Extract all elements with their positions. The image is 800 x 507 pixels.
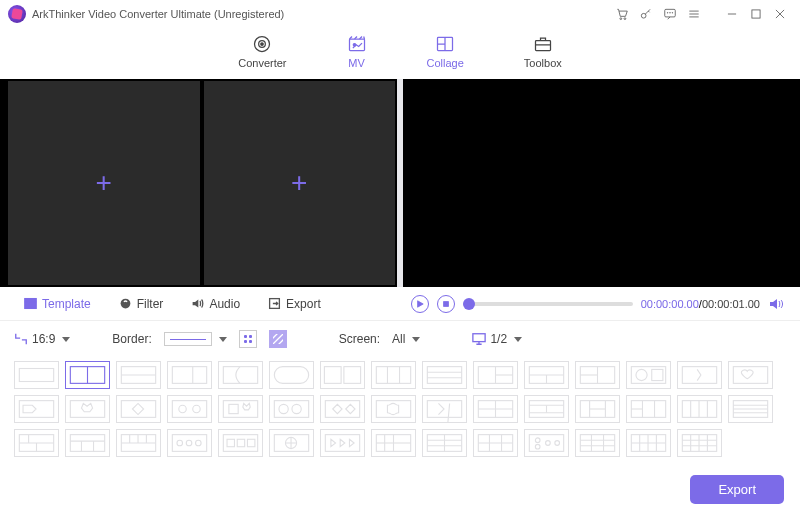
svg-point-46 <box>636 369 647 380</box>
tpl-3[interactable] <box>116 361 161 389</box>
stop-button[interactable] <box>437 295 455 313</box>
tpl-5[interactable] <box>218 361 263 389</box>
border-line-preview <box>164 332 212 346</box>
svg-rect-24 <box>172 367 206 384</box>
maximize-button[interactable] <box>744 2 768 26</box>
border-label: Border: <box>112 332 151 346</box>
nav-collage[interactable]: Collage <box>427 34 464 69</box>
color-picker-button[interactable] <box>239 330 257 348</box>
add-icon: + <box>291 167 307 199</box>
tpl-11[interactable] <box>524 361 569 389</box>
volume-icon[interactable] <box>768 296 784 312</box>
monitor-icon <box>472 332 486 346</box>
tpl-2[interactable] <box>65 361 110 389</box>
tpl-14[interactable] <box>677 361 722 389</box>
seek-slider[interactable] <box>463 302 633 306</box>
tpl-15[interactable] <box>728 361 773 389</box>
menu-icon[interactable] <box>682 2 706 26</box>
nav-mv-label: MV <box>348 57 365 69</box>
nav-mv[interactable]: MV <box>347 34 367 69</box>
tpl-25[interactable] <box>473 395 518 423</box>
template-icon <box>24 297 37 310</box>
tpl-16[interactable] <box>14 395 59 423</box>
tab-row: Template Filter Audio Export 00:00:00.00… <box>0 287 800 321</box>
tpl-4[interactable] <box>167 361 212 389</box>
nav-toolbox[interactable]: Toolbox <box>524 34 562 69</box>
border-style-select[interactable] <box>164 332 227 346</box>
tpl-21[interactable] <box>269 395 314 423</box>
key-icon[interactable] <box>634 2 658 26</box>
ratio-select[interactable]: 16:9 <box>14 332 70 346</box>
page-select[interactable]: 1/2 <box>472 332 522 346</box>
drop-slot-2[interactable]: + <box>204 81 396 285</box>
app-logo <box>8 5 26 23</box>
drop-slot-1[interactable]: + <box>8 81 200 285</box>
tpl-41[interactable] <box>524 429 569 457</box>
tpl-22[interactable] <box>320 395 365 423</box>
tpl-10[interactable] <box>473 361 518 389</box>
tpl-31[interactable] <box>14 429 59 457</box>
tpl-6[interactable] <box>269 361 314 389</box>
pattern-button[interactable] <box>269 330 287 348</box>
svg-rect-49 <box>733 367 767 384</box>
svg-point-60 <box>292 404 301 413</box>
svg-point-1 <box>624 18 626 20</box>
tpl-9[interactable] <box>422 361 467 389</box>
tab-audio-label: Audio <box>209 297 240 311</box>
tpl-30[interactable] <box>728 395 773 423</box>
tpl-43[interactable] <box>626 429 671 457</box>
titlebar: ArkThinker Video Converter Ultimate (Unr… <box>0 0 800 28</box>
tpl-18[interactable] <box>116 395 161 423</box>
tpl-32[interactable] <box>65 429 110 457</box>
tpl-19[interactable] <box>167 395 212 423</box>
tpl-39[interactable] <box>422 429 467 457</box>
tab-export[interactable]: Export <box>254 287 335 321</box>
tpl-33[interactable] <box>116 429 161 457</box>
tpl-40[interactable] <box>473 429 518 457</box>
tpl-42[interactable] <box>575 429 620 457</box>
tpl-1[interactable] <box>14 361 59 389</box>
svg-point-126 <box>535 444 540 449</box>
tpl-8[interactable] <box>371 361 416 389</box>
tpl-7[interactable] <box>320 361 365 389</box>
screen-select[interactable]: All <box>392 332 420 346</box>
tpl-38[interactable] <box>371 429 416 457</box>
feedback-icon[interactable] <box>658 2 682 26</box>
svg-point-10 <box>261 43 264 46</box>
tpl-36[interactable] <box>269 429 314 457</box>
tpl-35[interactable] <box>218 429 263 457</box>
minimize-button[interactable] <box>720 2 744 26</box>
tpl-24[interactable] <box>422 395 467 423</box>
tpl-13[interactable] <box>626 361 671 389</box>
tpl-28[interactable] <box>626 395 671 423</box>
audio-icon <box>191 297 204 310</box>
svg-rect-47 <box>652 369 663 380</box>
export-icon <box>268 297 281 310</box>
tpl-27[interactable] <box>575 395 620 423</box>
tpl-12[interactable] <box>575 361 620 389</box>
cart-icon[interactable] <box>610 2 634 26</box>
export-button[interactable]: Export <box>690 475 784 504</box>
svg-point-4 <box>667 13 668 14</box>
tpl-34[interactable] <box>167 429 212 457</box>
close-button[interactable] <box>768 2 792 26</box>
tpl-37[interactable] <box>320 429 365 457</box>
svg-rect-48 <box>682 367 716 384</box>
nav-converter[interactable]: Converter <box>238 34 286 69</box>
tpl-17[interactable] <box>65 395 110 423</box>
tab-filter[interactable]: Filter <box>105 287 178 321</box>
tpl-20[interactable] <box>218 395 263 423</box>
converter-icon <box>252 34 272 54</box>
tpl-23[interactable] <box>371 395 416 423</box>
tab-export-label: Export <box>286 297 321 311</box>
play-button[interactable] <box>411 295 429 313</box>
tab-audio[interactable]: Audio <box>177 287 254 321</box>
svg-point-125 <box>535 438 540 443</box>
svg-rect-29 <box>344 367 361 384</box>
tpl-44[interactable] <box>677 429 722 457</box>
tab-template[interactable]: Template <box>10 287 105 321</box>
tpl-26[interactable] <box>524 395 569 423</box>
tpl-29[interactable] <box>677 395 722 423</box>
bottom-bar: Export <box>0 467 800 507</box>
svg-point-55 <box>193 405 200 412</box>
